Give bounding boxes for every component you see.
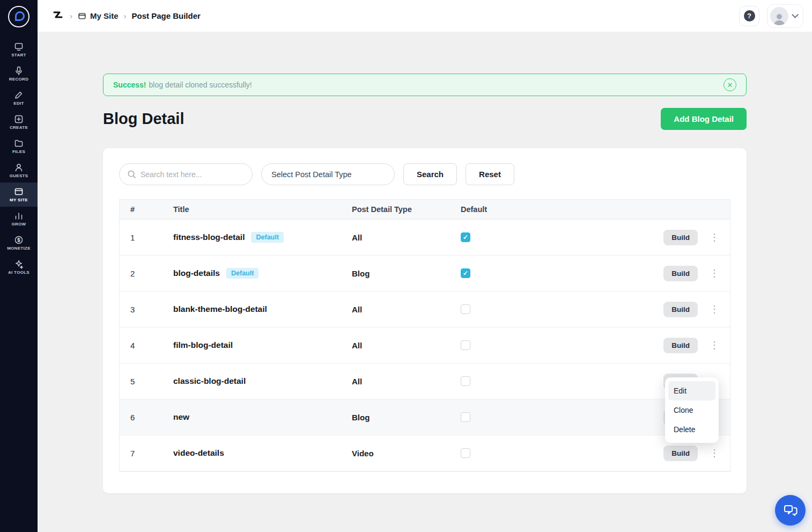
row-title: fitness-blog-detail (173, 232, 245, 242)
browser-window-icon (14, 187, 24, 196)
workspace-logo-icon[interactable] (51, 10, 64, 23)
row-number: 1 (120, 233, 173, 242)
main-content: Success! blog detail cloned successfully… (38, 32, 812, 532)
sparkle-icon (14, 259, 24, 269)
row-title: new (173, 412, 189, 422)
breadcrumb-my-site[interactable]: My Site (78, 11, 119, 20)
person-icon (14, 163, 24, 172)
sidebar-item-start[interactable]: START (0, 38, 38, 62)
kebab-menu-icon[interactable]: ⋮ (707, 447, 721, 459)
kebab-menu-icon[interactable]: ⋮ (707, 339, 721, 351)
sidebar-item-label: MY SITE (10, 198, 28, 202)
chat-button[interactable] (775, 495, 806, 526)
sidebar-item-label: EDIT (13, 101, 24, 106)
sidebar-item-files[interactable]: FILES (0, 134, 38, 158)
default-checkbox[interactable] (461, 268, 470, 278)
row-number: 7 (120, 449, 173, 458)
question-mark-icon: ? (744, 10, 755, 21)
breadcrumb-page-label: Post Page Builder (132, 11, 201, 20)
search-input[interactable] (141, 170, 245, 179)
sidebar-item-my-site[interactable]: MY SITE (0, 183, 38, 207)
sidebar-item-record[interactable]: RECORD (0, 62, 38, 86)
chevron-right-icon: › (124, 11, 127, 20)
row-type: All (352, 377, 461, 386)
build-button[interactable]: Build (663, 230, 698, 245)
row-type: All (352, 341, 461, 350)
blog-detail-card: Select Post Detail Type Search Reset # T… (103, 148, 747, 493)
blog-detail-table: # Title Post Detail Type Default 1 fitne… (119, 199, 730, 472)
row-title: blank-theme-blog-detail (173, 304, 267, 314)
sidebar-item-label: START (11, 53, 26, 57)
dollar-icon (14, 235, 24, 245)
alert-message: blog detail cloned successfully! (149, 81, 252, 89)
pencil-icon (14, 90, 24, 100)
app-logo-icon (8, 6, 29, 27)
reset-button[interactable]: Reset (466, 163, 514, 185)
post-detail-type-select[interactable]: Select Post Detail Type (261, 163, 395, 185)
sidebar-item-label: GUESTS (10, 173, 28, 178)
sidebar-item-label: MONETIZE (7, 246, 31, 251)
context-menu-clone[interactable]: Clone (668, 400, 715, 420)
default-checkbox[interactable] (461, 304, 470, 314)
chevron-right-icon: › (70, 11, 72, 20)
search-button[interactable]: Search (403, 163, 457, 185)
default-checkbox[interactable] (461, 340, 470, 350)
app-logo[interactable] (0, 0, 38, 33)
row-title: classic-blog-detail (173, 376, 246, 386)
build-button[interactable]: Build (663, 338, 698, 353)
default-checkbox[interactable] (461, 448, 470, 458)
add-blog-detail-button[interactable]: Add Blog Detail (661, 108, 747, 130)
sidebar-nav: START RECORD EDIT CREATE FILES GUESTS MY… (0, 38, 38, 279)
col-header-type: Post Detail Type (352, 205, 461, 214)
chevron-down-icon (792, 11, 799, 18)
row-number: 4 (120, 341, 173, 350)
build-button[interactable]: Build (663, 266, 698, 281)
avatar (770, 7, 788, 25)
row-type: Blog (352, 269, 461, 278)
row-context-menu: Edit Clone Delete (665, 377, 719, 443)
table-row: 2 blog-detailsDefault Blog Build⋮ (120, 256, 730, 291)
row-number: 3 (120, 305, 173, 314)
kebab-menu-icon[interactable]: ⋮ (707, 231, 721, 243)
row-title: blog-details (173, 268, 220, 278)
row-type: Video (352, 449, 461, 458)
context-menu-edit[interactable]: Edit (668, 381, 715, 400)
default-badge: Default (251, 232, 283, 243)
table-header-row: # Title Post Detail Type Default (120, 200, 730, 220)
sidebar-item-create[interactable]: CREATE (0, 110, 38, 134)
account-menu[interactable] (767, 4, 803, 28)
sidebar-item-label: FILES (12, 149, 25, 154)
alert-title: Success! (113, 81, 146, 89)
sidebar-item-label: CREATE (10, 125, 28, 130)
page-title: Blog Detail (103, 110, 184, 128)
sidebar-item-label: RECORD (9, 77, 28, 82)
default-checkbox[interactable] (461, 376, 470, 386)
table-row: 6 new Blog Build⋮ (120, 399, 730, 435)
filter-bar: Select Post Detail Type Search Reset (119, 163, 730, 185)
table-row: 3 blank-theme-blog-detail All Build⋮ (120, 291, 730, 327)
default-checkbox[interactable] (461, 232, 470, 242)
default-checkbox[interactable] (461, 412, 470, 422)
sidebar-item-ai-tools[interactable]: AI TOOLS (0, 255, 38, 279)
table-row: 5 classic-blog-detail All Build⋮ (120, 363, 730, 399)
row-type: All (352, 305, 461, 314)
build-button[interactable]: Build (663, 302, 698, 317)
kebab-menu-icon[interactable]: ⋮ (707, 303, 721, 315)
sidebar-item-grow[interactable]: GROW (0, 207, 38, 231)
build-button[interactable]: Build (663, 446, 698, 461)
kebab-menu-icon[interactable]: ⋮ (707, 267, 721, 279)
col-header-num: # (120, 205, 173, 214)
success-alert: Success! blog detail cloned successfully… (103, 74, 747, 96)
close-icon[interactable]: ✕ (724, 78, 736, 91)
sidebar-item-guests[interactable]: GUESTS (0, 158, 38, 183)
sidebar-item-monetize[interactable]: MONETIZE (0, 231, 38, 255)
row-type: Blog (352, 413, 461, 422)
folder-icon (14, 139, 24, 148)
context-menu-delete[interactable]: Delete (668, 420, 715, 439)
breadcrumb: › My Site › Post Page Builder (51, 10, 201, 23)
sidebar-item-label: AI TOOLS (8, 270, 29, 275)
help-button[interactable]: ? (739, 6, 759, 26)
table-row: 4 film-blog-detail All Build⋮ (120, 327, 730, 363)
sidebar-item-edit[interactable]: EDIT (0, 86, 38, 110)
table-row: 1 fitness-blog-detailDefault All Build⋮ (120, 220, 730, 256)
